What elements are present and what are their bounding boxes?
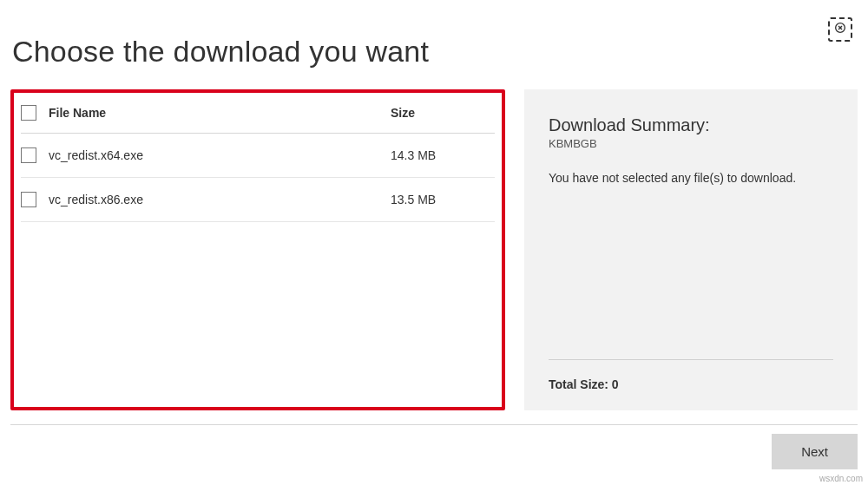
summary-title: Download Summary: bbox=[549, 115, 833, 135]
file-name-cell: vc_redist.x64.exe bbox=[49, 148, 391, 162]
watermark: wsxdn.com bbox=[819, 474, 863, 483]
select-all-checkbox[interactable] bbox=[21, 105, 36, 121]
summary-panel: Download Summary: KBMBGB You have not se… bbox=[524, 89, 858, 410]
table-row[interactable]: vc_redist.x86.exe 13.5 MB bbox=[21, 178, 495, 222]
footer-divider bbox=[10, 424, 858, 425]
close-button[interactable] bbox=[828, 17, 852, 42]
summary-message: You have not selected any file(s) to dow… bbox=[549, 171, 833, 185]
total-size-label: Total Size: 0 bbox=[549, 377, 833, 391]
summary-divider bbox=[549, 359, 833, 360]
row-checkbox[interactable] bbox=[21, 192, 36, 207]
page-title: Choose the download you want bbox=[12, 35, 868, 69]
close-icon bbox=[833, 21, 847, 38]
file-size-cell: 13.5 MB bbox=[391, 193, 495, 206]
file-name-cell: vc_redist.x86.exe bbox=[49, 193, 391, 206]
next-button[interactable]: Next bbox=[772, 434, 858, 469]
table-header-row: File Name Size bbox=[21, 93, 495, 134]
files-table: File Name Size vc_redist.x64.exe 14.3 MB… bbox=[10, 89, 505, 410]
column-header-size: Size bbox=[391, 106, 495, 120]
column-header-filename: File Name bbox=[49, 106, 391, 120]
file-size-cell: 14.3 MB bbox=[391, 148, 495, 162]
row-checkbox[interactable] bbox=[21, 147, 36, 163]
summary-subtitle: KBMBGB bbox=[549, 137, 833, 150]
table-row[interactable]: vc_redist.x64.exe 14.3 MB bbox=[21, 134, 495, 178]
